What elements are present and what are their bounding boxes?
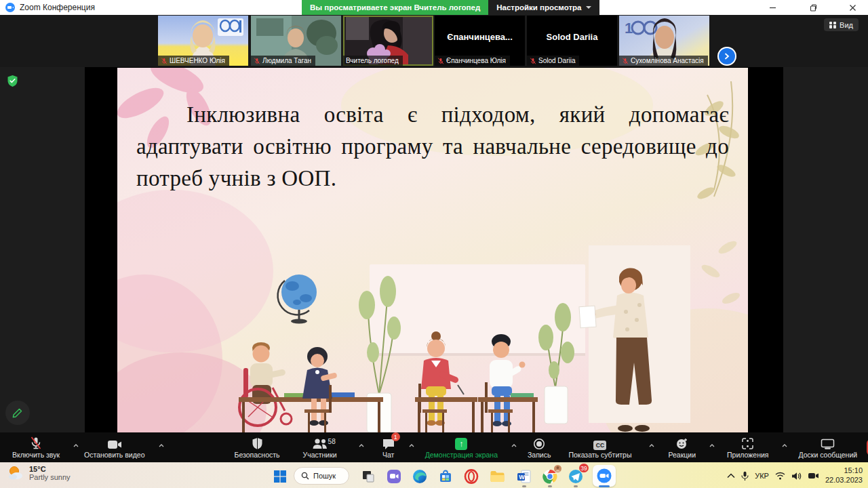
profile-avatar-overlay [554, 465, 561, 472]
maximize-button[interactable] [797, 0, 829, 15]
unmute-button[interactable]: Включить звук [12, 432, 69, 462]
screen-share-icon: ↑ [455, 438, 467, 450]
chevron-up-icon[interactable] [649, 438, 654, 450]
girl-navy-dress [302, 347, 338, 432]
record-button[interactable]: Запись [528, 432, 551, 462]
open-app-indicator [522, 485, 526, 487]
store-button[interactable] [435, 466, 456, 487]
search-icon [301, 472, 309, 480]
open-app-indicator [574, 485, 578, 487]
zoom-app-taskbar-icon [596, 468, 612, 484]
word-icon: W [517, 469, 532, 484]
system-tray: УКР 15:10 22.03.2023 [727, 463, 863, 488]
encryption-shield-icon[interactable] [7, 75, 18, 90]
pencil-icon [12, 407, 23, 418]
active-app-indicator [599, 485, 610, 487]
speaker-icon[interactable] [791, 472, 802, 481]
zoom-app-icon [5, 3, 15, 12]
chevron-up-icon[interactable] [359, 438, 364, 450]
minimize-button[interactable] [757, 0, 788, 15]
chevron-up-icon[interactable] [159, 438, 164, 450]
participant-display-name: Єпанчинцева... [435, 32, 525, 42]
tray-expand-chevron-icon[interactable] [727, 473, 735, 479]
participant-tile-3-active-sharer[interactable]: Вчитель логопед [343, 16, 433, 66]
security-button[interactable]: Безопасность [235, 432, 280, 462]
camera-icon [107, 439, 122, 450]
chevron-down-icon [586, 6, 591, 9]
chevron-up-icon[interactable] [409, 438, 414, 450]
chat-button[interactable]: 1 Чат [382, 432, 405, 462]
task-view-icon [361, 470, 375, 483]
screen-share-banner: Вы просматриваете экран Вчитель логопед … [302, 0, 599, 15]
participant-name-label: Сухомлінова Анастасія [619, 56, 708, 66]
reactions-button[interactable]: Реакции [668, 432, 705, 462]
store-icon [438, 469, 453, 484]
edge-button[interactable] [410, 466, 430, 487]
participant-tile-5[interactable]: Solod Dariia Solod Dariia [527, 16, 617, 66]
windows-taskbar: 15°C Partly sunny Пошук W 39 [0, 462, 868, 488]
whiteboard-icon [821, 439, 835, 450]
captions-button[interactable]: CC Показать субтитры [568, 432, 641, 462]
share-screen-button[interactable]: ↑ Демонстрация экрана [425, 432, 507, 462]
teams-chat-button[interactable] [384, 466, 404, 487]
weather-condition: Partly sunny [29, 473, 71, 481]
shared-screen-stage: Інклюзивна освіта є підходом, який допом… [0, 67, 868, 432]
chevron-up-icon[interactable] [782, 438, 787, 450]
participant-name-label: Єпанчинцева Юлія [435, 56, 510, 66]
taskbar-weather-widget[interactable]: 15°C Partly sunny [7, 465, 71, 481]
window-title: Zoom Конференция [20, 3, 95, 12]
windows-logo-icon [274, 470, 286, 483]
record-icon [533, 438, 545, 450]
tray-mic-icon[interactable] [741, 471, 749, 481]
chat-unread-badge: 1 [391, 432, 400, 441]
camera-in-use-icon[interactable] [808, 472, 819, 480]
weather-temp: 15°C [29, 465, 71, 473]
participant-filmstrip: ШЕВЧЕНКО Юлія Людмила Таган [0, 15, 868, 67]
chrome-button[interactable] [540, 466, 560, 487]
chevron-right-icon [724, 53, 730, 60]
chevron-up-icon[interactable] [511, 438, 517, 450]
meeting-toolbar: Включить звук Остановить видео Безопасно… [0, 432, 868, 462]
annotate-pencil-button[interactable] [5, 401, 30, 425]
stop-video-button[interactable]: Остановить видео [84, 432, 154, 462]
muted-mic-icon [437, 58, 444, 64]
chevron-up-icon[interactable] [709, 438, 715, 450]
task-view-button[interactable] [358, 466, 378, 487]
start-button[interactable] [270, 466, 290, 487]
participant-tile-1[interactable]: ШЕВЧЕНКО Юлія [158, 16, 248, 66]
whiteboards-button[interactable]: Доски сообщений [798, 432, 867, 462]
presentation-slide: Інклюзивна освіта є підходом, який допом… [117, 68, 748, 432]
participant-display-name: Solod Dariia [527, 32, 617, 42]
participant-tile-2[interactable]: Людмила Таган [251, 16, 341, 66]
apps-icon [741, 437, 754, 450]
smiley-icon [675, 437, 688, 450]
wifi-icon[interactable] [775, 472, 785, 480]
participants-button[interactable]: 58 Участники [303, 432, 347, 462]
window-titlebar: Zoom Конференция Вы просматриваете экран… [0, 0, 868, 15]
participant-name-label: Вчитель логопед [343, 56, 403, 66]
file-explorer-button[interactable] [487, 466, 507, 487]
participant-tile-6[interactable]: 1 Сухомлінова Анастасія [619, 16, 709, 66]
muted-mic-icon [622, 58, 629, 64]
participant-name-label: ШЕВЧЕНКО Юлія [158, 56, 229, 66]
search-box[interactable]: Пошук [294, 467, 349, 485]
taskbar-clock[interactable]: 15:10 22.03.2023 [825, 466, 863, 485]
keyboard-language[interactable]: УКР [755, 472, 769, 480]
view-settings-button[interactable]: Настройки просмотра [488, 0, 599, 15]
open-app-indicator [548, 485, 552, 487]
chevron-up-icon[interactable] [73, 438, 79, 450]
chat-app-icon [387, 469, 401, 484]
opera-button[interactable] [461, 466, 481, 487]
folder-icon [490, 470, 505, 483]
partly-sunny-icon [7, 465, 24, 481]
apps-button[interactable]: Приложения [727, 432, 778, 462]
participants-icon [312, 438, 328, 450]
next-participants-page-button[interactable] [717, 47, 736, 66]
telegram-button[interactable]: 39 [566, 466, 586, 487]
zoom-taskbar-button[interactable] [593, 465, 616, 487]
close-button[interactable] [837, 0, 868, 15]
view-layout-button[interactable]: Вид [824, 18, 859, 31]
shield-icon [252, 437, 263, 450]
word-button[interactable]: W [514, 466, 534, 487]
participant-tile-4[interactable]: Єпанчинцева... Єпанчинцева Юлія [435, 16, 525, 66]
